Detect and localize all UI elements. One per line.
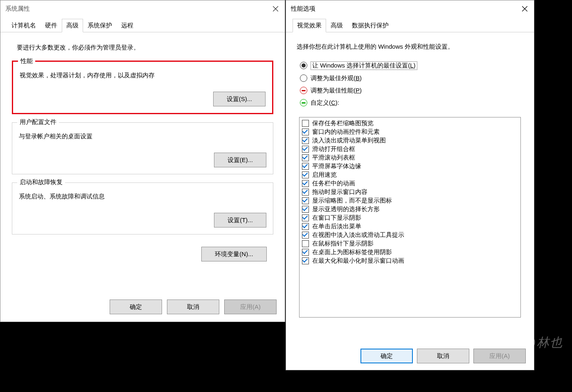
checkbox — [302, 154, 309, 161]
settings-user-button[interactable]: 设置(E)... — [214, 153, 266, 167]
tab-高级[interactable]: 高级 — [326, 19, 347, 32]
checkbox — [302, 214, 309, 221]
radio-option-0[interactable]: 让 Windows 选择计算机的最佳设置(L) — [300, 61, 523, 70]
checkbox-item[interactable]: 在单击后淡出菜单 — [302, 222, 518, 231]
radio-indicator — [300, 87, 307, 94]
startup-group: 启动和故障恢复 系统启动、系统故障和调试信息 设置(T)... — [12, 182, 273, 234]
group-title-perf: 性能 — [18, 57, 35, 65]
checkbox — [302, 240, 309, 247]
tab-硬件[interactable]: 硬件 — [41, 19, 62, 32]
radio-indicator — [300, 62, 307, 69]
window-title: 性能选项 — [291, 5, 315, 13]
perfopt-desc: 选择你想在此计算机上使用的 Windows 外观和性能设置。 — [297, 42, 523, 52]
apply-button[interactable]: 应用(A) — [224, 300, 277, 314]
group-title-user: 用户配置文件 — [17, 118, 59, 126]
tab-数据执行保护[interactable]: 数据执行保护 — [347, 19, 393, 32]
group-desc-user: 与登录帐户相关的桌面设置 — [19, 133, 266, 140]
performance-options-window: 性能选项 视觉效果高级数据执行保护 选择你想在此计算机上使用的 Windows … — [286, 0, 534, 370]
radio-option-1[interactable]: 调整为最佳外观(B) — [300, 74, 523, 82]
settings-boot-button[interactable]: 设置(T)... — [214, 213, 266, 228]
checkbox — [302, 146, 309, 153]
tab-高级[interactable]: 高级 — [62, 19, 83, 32]
checkbox-label: 在鼠标指针下显示阴影 — [312, 240, 374, 248]
close-button[interactable] — [515, 0, 534, 17]
apply-label: 应用(A) — [489, 352, 510, 360]
checkbox — [302, 232, 309, 239]
ok-button[interactable]: 确定 — [110, 300, 162, 314]
checkbox-label: 保存任务栏缩略图预览 — [312, 119, 374, 127]
radio-label: 自定义(C): — [311, 99, 339, 107]
checkbox-label: 拖动时显示窗口内容 — [312, 188, 367, 196]
checkbox-item[interactable]: 滑动打开组合框 — [302, 145, 518, 153]
checkbox-item[interactable]: 启用速览 — [302, 171, 518, 179]
checkbox-item[interactable]: 任务栏中的动画 — [302, 179, 518, 188]
titlebar: 性能选项 — [286, 0, 534, 17]
cancel-button[interactable]: 取消 — [167, 300, 219, 314]
radio-label: 调整为最佳性能(P) — [311, 87, 362, 95]
cancel-button[interactable]: 取消 — [417, 349, 469, 363]
checkbox-label: 显示亚透明的选择长方形 — [312, 205, 380, 213]
close-button[interactable] — [266, 0, 285, 17]
checkbox-label: 窗口内的动画控件和元素 — [312, 128, 380, 136]
close-icon — [273, 6, 278, 11]
sysprop-footer: 确定 取消 应用(A) — [0, 295, 285, 322]
tab-系统保护[interactable]: 系统保护 — [83, 19, 117, 32]
checkbox-label: 滑动打开组合框 — [312, 145, 355, 153]
visual-effects-checklist[interactable]: 保存任务栏缩略图预览窗口内的动画控件和元素淡入淡出或滑动菜单到视图滑动打开组合框… — [299, 117, 521, 318]
checkbox — [302, 163, 309, 170]
checkbox-label: 显示缩略图，而不是显示图标 — [312, 197, 392, 205]
checkbox-item[interactable]: 显示缩略图，而不是显示图标 — [302, 196, 518, 205]
checkbox-item[interactable]: 在最大化和最小化时显示窗口动画 — [302, 257, 518, 265]
checkbox-item[interactable]: 保存任务栏缩略图预览 — [302, 119, 518, 128]
close-icon — [522, 6, 527, 11]
checkbox — [302, 128, 309, 135]
checkbox-label: 在单击后淡出菜单 — [312, 223, 361, 230]
admin-note: 要进行大多数更改，你必须作为管理员登录。 — [17, 44, 268, 52]
sysprop-content: 要进行大多数更改，你必须作为管理员登录。 性能 视觉效果，处理器计划，内存使用，… — [0, 32, 285, 295]
checkbox-item[interactable]: 在窗口下显示阴影 — [302, 214, 518, 222]
checkbox-item[interactable]: 窗口内的动画控件和元素 — [302, 128, 518, 136]
radio-indicator — [300, 99, 307, 106]
checkbox-label: 平滑屏幕字体边缘 — [312, 162, 361, 170]
radio-indicator — [300, 74, 307, 82]
checkbox-label: 启用速览 — [312, 171, 337, 179]
radio-group: 让 Windows 选择计算机的最佳设置(L)调整为最佳外观(B)调整为最佳性能… — [300, 61, 523, 111]
env-variables-button[interactable]: 环境变量(N)... — [201, 247, 267, 261]
group-desc-perf: 视觉效果，处理器计划，内存使用，以及虚拟内存 — [20, 72, 266, 79]
checkbox-item[interactable]: 在桌面上为图标标签使用阴影 — [302, 248, 518, 257]
settings-perf-button[interactable]: 设置(S)... — [213, 92, 266, 106]
checkbox — [302, 223, 309, 230]
checkbox-item[interactable]: 拖动时显示窗口内容 — [302, 188, 518, 196]
tab-视觉效果[interactable]: 视觉效果 — [293, 19, 326, 32]
sysprop-tabstrip: 计算机名硬件高级系统保护远程 — [0, 18, 285, 32]
checkbox-item[interactable]: 淡入淡出或滑动菜单到视图 — [302, 136, 518, 145]
tab-远程[interactable]: 远程 — [117, 19, 138, 32]
checkbox-item[interactable]: 在鼠标指针下显示阴影 — [302, 239, 518, 248]
system-properties-window: 系统属性 计算机名硬件高级系统保护远程 要进行大多数更改，你必须作为管理员登录。… — [0, 0, 285, 322]
radio-label: 调整为最佳外观(B) — [311, 74, 362, 82]
group-title-boot: 启动和故障恢复 — [17, 178, 65, 186]
titlebar: 系统属性 — [0, 0, 285, 17]
perfopt-footer: 确定 取消 应用(A) — [286, 340, 534, 370]
checkbox-label: 在桌面上为图标标签使用阴影 — [312, 248, 392, 256]
checkbox — [302, 171, 309, 178]
radio-option-2[interactable]: 调整为最佳性能(P) — [300, 87, 523, 95]
checkbox-label: 任务栏中的动画 — [312, 180, 355, 187]
checkbox-item[interactable]: 平滑滚动列表框 — [302, 153, 518, 162]
tab-计算机名[interactable]: 计算机名 — [7, 19, 41, 32]
userprofile-group: 用户配置文件 与登录帐户相关的桌面设置 设置(E)... — [12, 122, 273, 174]
radio-option-3[interactable]: 自定义(C): — [300, 99, 523, 107]
checkbox-item[interactable]: 平滑屏幕字体边缘 — [302, 162, 518, 171]
apply-button[interactable]: 应用(A) — [473, 349, 526, 363]
checkbox-label: 淡入淡出或滑动菜单到视图 — [312, 137, 386, 144]
ok-button[interactable]: 确定 — [360, 349, 413, 363]
checkbox-label: 在窗口下显示阴影 — [312, 214, 361, 222]
checkbox-item[interactable]: 显示亚透明的选择长方形 — [302, 205, 518, 214]
checkbox — [302, 120, 309, 127]
checkbox-item[interactable]: 在视图中淡入淡出或滑动工具提示 — [302, 231, 518, 239]
perfopt-content: 选择你想在此计算机上使用的 Windows 外观和性能设置。 让 Windows… — [286, 32, 534, 340]
checkbox — [302, 197, 309, 204]
group-desc-boot: 系统启动、系统故障和调试信息 — [19, 193, 266, 201]
radio-label: 让 Windows 选择计算机的最佳设置(L) — [311, 61, 417, 70]
checkbox — [302, 206, 309, 213]
